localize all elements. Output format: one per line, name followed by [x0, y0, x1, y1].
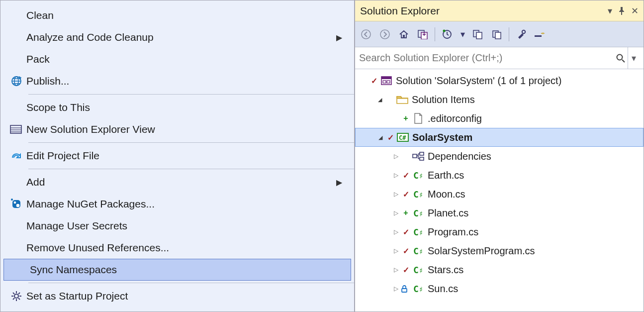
- tree-row[interactable]: Dependencies: [355, 147, 644, 166]
- refresh-icon[interactable]: [490, 27, 504, 41]
- svg-rect-34: [381, 77, 391, 79]
- expander-icon[interactable]: [391, 209, 401, 216]
- tree-row[interactable]: ✓C♯SolarSystemProgram.cs: [355, 241, 644, 260]
- newview-icon: [6, 124, 26, 135]
- svg-rect-41: [420, 157, 424, 160]
- tree-label: Program.cs: [426, 226, 478, 238]
- search-icon[interactable]: [616, 53, 626, 63]
- menu-item-publish[interactable]: Publish...: [0, 70, 354, 92]
- window-dropdown-icon[interactable]: ▾: [608, 5, 612, 16]
- sync-active-doc-icon[interactable]: [471, 27, 485, 41]
- gear-icon: [6, 290, 26, 302]
- expander-icon[interactable]: [391, 285, 401, 292]
- expander-icon[interactable]: [375, 96, 385, 103]
- properties-icon[interactable]: [514, 27, 528, 41]
- svg-text:C#: C#: [399, 134, 406, 141]
- svg-rect-39: [413, 154, 417, 158]
- tree-row[interactable]: ✓C♯Stars.cs: [355, 260, 644, 279]
- tree-row[interactable]: C♯Sun.cs: [355, 279, 644, 298]
- menu-item-manage-nuget-packages[interactable]: Manage NuGet Packages...: [0, 193, 354, 215]
- tree-label: Moon.cs: [426, 189, 465, 200]
- solution-explorer-title: Solution Explorer: [360, 5, 608, 17]
- menu-separator: [28, 169, 354, 169]
- svg-point-29: [522, 30, 525, 33]
- svg-point-9: [11, 199, 13, 201]
- tree-row[interactable]: ✓Solution 'SolarSystem' (1 of 1 project): [355, 71, 644, 90]
- menu-item-manage-user-secrets[interactable]: Manage User Secrets: [0, 215, 354, 237]
- svg-point-8: [16, 204, 20, 208]
- tree-row[interactable]: ✓C#SolarSystem: [355, 128, 644, 147]
- checkmark-icon: ✓: [401, 171, 411, 180]
- cs-icon: C♯: [411, 246, 426, 256]
- svg-rect-26: [476, 32, 482, 39]
- nav-back-icon[interactable]: [359, 27, 373, 41]
- svg-rect-2: [10, 125, 21, 133]
- menu-item-set-as-startup-project[interactable]: Set as Startup Project: [0, 285, 354, 307]
- menu-item-scope-to-this[interactable]: Scope to This: [0, 97, 354, 118]
- pin-icon[interactable]: [618, 7, 625, 15]
- svg-point-20: [380, 30, 389, 39]
- tree-row[interactable]: +C♯Planet.cs: [355, 204, 644, 222]
- expander-icon[interactable]: [391, 266, 401, 273]
- menu-item-new-solution-explorer-view[interactable]: New Solution Explorer View: [0, 118, 354, 140]
- checkmark-icon: ✓: [401, 190, 411, 199]
- switch-views-icon[interactable]: [416, 27, 430, 41]
- solution-explorer-pane: Solution Explorer ▾ ✕ ▾ ▾ ✓Solution 'Sol…: [355, 0, 644, 312]
- menu-item-analyze-and-code-cleanup[interactable]: Analyze and Code Cleanup▶: [0, 26, 354, 48]
- menu-item-pack[interactable]: Pack: [0, 48, 354, 70]
- menu-label: Analyze and Code Cleanup: [26, 31, 336, 43]
- tree-row[interactable]: +.editorconfig: [355, 109, 644, 128]
- expander-icon[interactable]: [391, 172, 401, 179]
- tree-row[interactable]: ✓C♯Earth.cs: [355, 166, 644, 185]
- expander-icon[interactable]: [391, 191, 401, 198]
- expander-icon[interactable]: [391, 247, 401, 254]
- tree-label: .editorconfig: [426, 113, 482, 124]
- cs-icon: C♯: [411, 284, 426, 294]
- csproj-icon: C#: [395, 132, 410, 143]
- filter-dropdown-icon[interactable]: ▾: [459, 27, 466, 41]
- menu-item-sync-namespaces[interactable]: Sync Namespaces: [3, 259, 351, 281]
- tree-label: Dependencies: [426, 151, 491, 162]
- search-input[interactable]: [359, 52, 614, 64]
- tree-label: Solution 'SolarSystem' (1 of 1 project): [394, 75, 561, 87]
- preview-selected-items-icon[interactable]: [533, 27, 547, 41]
- menu-label: Remove Unused References...: [26, 242, 342, 254]
- close-icon[interactable]: ✕: [631, 5, 639, 16]
- menu-label: Clean: [26, 9, 342, 21]
- search-solution-explorer[interactable]: ▾: [355, 47, 644, 69]
- menu-item-edit-project-file[interactable]: Edit Project File: [0, 145, 354, 167]
- menu-item-clean[interactable]: Clean: [0, 4, 354, 26]
- menu-label: Manage User Secrets: [26, 220, 342, 232]
- plus-icon: +: [401, 208, 411, 217]
- menu-label: New Solution Explorer View: [26, 123, 342, 135]
- svg-point-7: [14, 202, 16, 204]
- search-options-dropdown-icon[interactable]: ▾: [628, 47, 640, 69]
- menu-item-add[interactable]: Add▶: [0, 171, 354, 193]
- svg-rect-6: [12, 200, 20, 208]
- expander-icon[interactable]: [391, 153, 401, 160]
- svg-rect-40: [420, 152, 424, 155]
- svg-line-17: [13, 298, 14, 300]
- menu-item-remove-unused-references[interactable]: Remove Unused References...: [0, 237, 354, 259]
- pending-changes-filter-icon[interactable]: [440, 27, 454, 41]
- submenu-arrow-icon: ▶: [336, 33, 342, 42]
- expander-icon[interactable]: [391, 228, 401, 235]
- context-menu: CleanAnalyze and Code Cleanup▶PackPublis…: [0, 0, 355, 312]
- checkmark-icon: ✓: [401, 265, 411, 275]
- lock-icon: [401, 285, 411, 293]
- tree-label: Sun.cs: [426, 283, 458, 295]
- expander-icon[interactable]: [375, 134, 385, 141]
- tree-row[interactable]: Solution Items: [355, 90, 644, 109]
- menu-separator: [28, 283, 354, 283]
- svg-point-32: [617, 54, 623, 60]
- checkmark-icon: ✓: [401, 246, 411, 256]
- tree-row[interactable]: ✓C♯Program.cs: [355, 222, 644, 241]
- nav-forward-icon[interactable]: [378, 27, 392, 41]
- menu-label: Scope to This: [26, 102, 342, 113]
- home-icon[interactable]: [397, 27, 411, 41]
- folder-icon: [395, 95, 410, 104]
- svg-line-18: [18, 293, 20, 294]
- menu-label: Add: [26, 176, 336, 188]
- tree-row[interactable]: ✓C♯Moon.cs: [355, 185, 644, 204]
- solution-explorer-titlebar: Solution Explorer ▾ ✕: [355, 0, 644, 21]
